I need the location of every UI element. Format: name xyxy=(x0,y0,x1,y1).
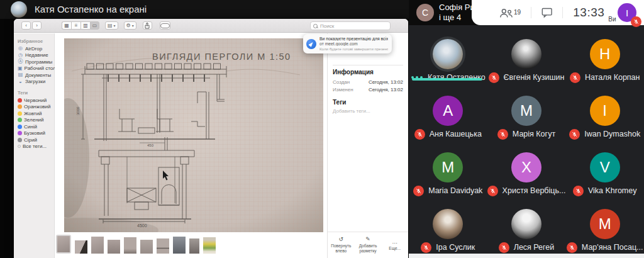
info-value: Сегодня, 13:02 xyxy=(369,87,403,93)
participant-tile[interactable]: Катя Остапенко xyxy=(409,31,487,88)
sidebar-item-recents[interactable]: ◷Недавние xyxy=(18,52,54,59)
you-label: Ви xyxy=(608,16,616,23)
notification-source: от meet.google.com xyxy=(319,42,388,46)
thumbnail[interactable] xyxy=(91,237,104,254)
sidebar-tag-blue[interactable]: Синій xyxy=(18,123,54,130)
info-actions-bar: ↺ Повернутьвлево ✎ Добавитьразметку … Ещ… xyxy=(328,232,408,258)
thumbnail[interactable] xyxy=(203,237,216,254)
thumbnail[interactable] xyxy=(124,237,136,254)
forward-button[interactable]: › xyxy=(32,21,42,30)
thumbnail[interactable] xyxy=(189,238,199,254)
rotate-left-button[interactable]: ↺ Повернутьвлево xyxy=(328,232,355,258)
participant-tile[interactable]: Леся Регей xyxy=(487,201,566,258)
thumbnail[interactable] xyxy=(75,240,87,254)
tag-color-dot xyxy=(18,104,22,109)
mic-muted-icon xyxy=(413,186,424,196)
participant-tile[interactable]: I Iwan Dymashok xyxy=(565,88,644,145)
bottom-edge-strip xyxy=(409,254,644,258)
add-tags-field[interactable]: Добавить теги... xyxy=(333,108,370,114)
participant-avatar: I xyxy=(590,96,620,126)
divider xyxy=(531,7,531,18)
sidebar-item-desktop[interactable]: ▣Рабочий стол xyxy=(18,65,54,72)
participant-tile[interactable]: A Аня Кашецька xyxy=(409,88,487,145)
participant-name: Христя Вербіць... xyxy=(502,186,566,195)
participant-name: Аня Кашецька xyxy=(430,130,482,138)
notification-hint: Коли будете готові завершити презентацію… xyxy=(319,47,388,51)
mic-muted-icon xyxy=(421,242,431,253)
participant-avatar: M xyxy=(511,96,541,126)
share-icon xyxy=(145,23,150,29)
tag-label: Оранжовий xyxy=(24,104,51,109)
thumbnail[interactable] xyxy=(173,237,186,254)
notification-title: Ви показуєте презентацію для всіх xyxy=(319,36,388,41)
participant-name: Марія Когут xyxy=(513,130,555,138)
more-button[interactable]: … Еще... xyxy=(381,232,408,258)
mic-muted-icon xyxy=(570,72,580,83)
group-by-button[interactable]: ▤▾ xyxy=(105,21,118,30)
sidebar-tag-red[interactable]: Червоний xyxy=(18,97,54,104)
participant-tile[interactable]: M Марія Когут xyxy=(487,88,566,145)
people-icon xyxy=(499,8,513,18)
tag-color-dot xyxy=(18,131,22,135)
sidebar-tag-purple[interactable]: Бузковий xyxy=(18,130,54,137)
participant-name: Iwan Dymashok xyxy=(584,130,640,138)
mic-muted-icon xyxy=(499,242,509,253)
chevron-down-icon: ▾ xyxy=(132,24,134,28)
sidebar-tag-green[interactable]: Зелений xyxy=(18,117,54,124)
sidebar-item-airdrop[interactable]: ◎AirDrop xyxy=(18,45,54,52)
participant-avatar: X xyxy=(511,152,541,182)
presentation-notification[interactable]: Ви показуєте презентацію для всіх от mee… xyxy=(303,34,392,53)
back-button[interactable]: ‹ xyxy=(21,21,31,30)
participant-tile[interactable]: M Мар'яна Посац... xyxy=(565,201,644,258)
thumbnail-selected[interactable] xyxy=(56,235,71,254)
participant-tile[interactable]: X Христя Вербіць... xyxy=(487,145,566,201)
google-meet-window: Катя Остапенко на екрані ‹ › ▦ ≡ ▥ ▭ ▤▾ … xyxy=(0,0,644,258)
thumbnail[interactable] xyxy=(157,238,169,254)
sidebar-all-tags[interactable]: Все теги... xyxy=(18,143,54,150)
participant-avatar xyxy=(433,209,463,239)
thumbnail[interactable] xyxy=(108,240,120,254)
icon-view-button[interactable]: ▦ xyxy=(62,21,71,30)
share-button[interactable] xyxy=(143,21,152,30)
host-avatar: С xyxy=(416,4,434,21)
markup-pencil-icon: ✎ xyxy=(365,237,370,242)
tag-button[interactable] xyxy=(160,21,170,30)
list-view-button[interactable]: ≡ xyxy=(71,21,80,30)
sidebar-tag-orange[interactable]: Оранжовий xyxy=(18,104,54,111)
rotate-left-icon: ↺ xyxy=(339,237,344,242)
mic-muted-icon xyxy=(489,72,499,83)
tag-label: Сірий xyxy=(24,137,37,143)
participant-tile[interactable]: H Наталя Корпан xyxy=(565,31,644,88)
participants-button[interactable]: 19 xyxy=(499,8,521,18)
dimension-3000: 3000 xyxy=(76,106,80,115)
search-field[interactable] xyxy=(310,21,391,30)
thumbnail[interactable] xyxy=(140,240,153,254)
participant-tile[interactable]: V Vika Khromey xyxy=(565,145,644,201)
gear-icon: ⚙ xyxy=(126,23,131,28)
markup-button[interactable]: ✎ Добавитьразметку xyxy=(355,232,382,258)
column-view-button[interactable]: ▥ xyxy=(80,21,90,30)
sidebar-tag-yellow[interactable]: Жовтий xyxy=(18,110,54,117)
chat-icon[interactable] xyxy=(541,7,552,18)
presenter-banner: Катя Остапенко на екрані xyxy=(0,0,409,19)
group-icon: ▤ xyxy=(108,23,113,28)
sidebar-item-downloads[interactable]: ◒Загрузки xyxy=(18,79,54,86)
active-speaker-underline xyxy=(412,78,482,81)
mic-muted-icon xyxy=(487,186,498,196)
search-input[interactable] xyxy=(320,23,387,29)
sidebar-item-documents[interactable]: ▤Документы xyxy=(18,72,54,79)
sidebar-tag-gray[interactable]: Сірий xyxy=(18,137,54,143)
gallery-view-button[interactable]: ▭ xyxy=(90,21,99,30)
gallery-preview-area: ВИГЛЯДИ ПЕРГОЛИ М 1:50 xyxy=(55,33,327,258)
sidebar-item-applications[interactable]: ⒶПрограммы xyxy=(18,59,54,65)
desktop-icon: ▣ xyxy=(18,66,23,71)
mic-muted-icon xyxy=(567,242,577,253)
info-tags-header: Теги xyxy=(333,99,346,106)
participant-tile[interactable]: Євгенія Кузишин xyxy=(487,31,566,88)
participant-tile[interactable]: M Maria Davidyak xyxy=(409,145,487,201)
participant-tile[interactable]: Іра Суслик xyxy=(409,201,487,258)
participant-avatar: A xyxy=(433,96,463,126)
tag-label: Синій xyxy=(24,124,37,130)
presenter-avatar xyxy=(11,1,27,18)
action-gear-button[interactable]: ⚙▾ xyxy=(124,21,136,30)
